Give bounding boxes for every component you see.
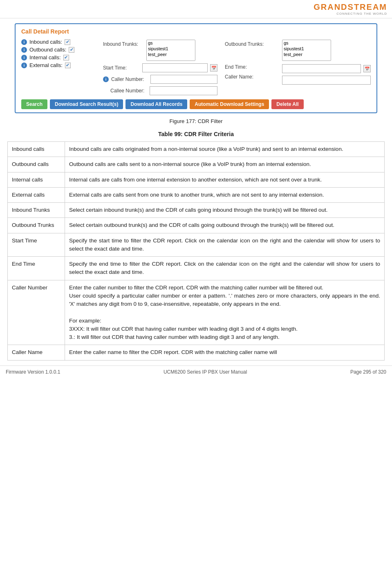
inbound-trunks-label: Inbound Trunks: (103, 41, 144, 47)
outbound-info-icon[interactable]: i (21, 47, 27, 53)
desc-cell: Enter the caller name to filter the CDR … (65, 345, 385, 360)
table-row: Caller NumberEnter the caller number to … (8, 280, 385, 345)
inbound-calls-label: Inbound calls: (29, 39, 62, 45)
caller-number-info-icon[interactable]: i (103, 76, 109, 82)
delete-all-button[interactable]: Delete All (271, 99, 303, 109)
end-time-calendar-icon[interactable]: 📅 (363, 65, 371, 72)
footer-center: UCM6200 Series IP PBX User Manual (164, 369, 247, 375)
caller-number-input[interactable] (150, 75, 217, 84)
term-cell: Internal calls (8, 172, 65, 187)
external-calls-checkbox[interactable]: ✔ (65, 63, 71, 68)
inbound-trunks-select[interactable]: gs sipustest1 test_peer (146, 40, 195, 61)
term-cell: Outbound Trunks (8, 218, 65, 233)
footer-right: Page 295 of 320 (350, 369, 386, 375)
outbound-trunks-select-row: gs sipustest1 test_peer (282, 40, 371, 61)
table-row: External callsExternal calls are calls s… (8, 187, 385, 202)
external-info-icon[interactable]: i (21, 63, 27, 68)
cdr-filter-title: Call Detail Report (21, 28, 371, 35)
figure-caption: Figure 177: CDR Filter (7, 118, 385, 124)
start-time-label: Start Time: (103, 65, 140, 71)
internal-calls-label: Internal calls: (29, 54, 61, 60)
table-row: Inbound callsInbound calls are calls ori… (8, 142, 385, 157)
outbound-calls-checkbox[interactable]: ✔ (69, 47, 74, 53)
term-cell: Outbound calls (8, 157, 65, 172)
desc-cell: External calls are calls sent from one t… (65, 187, 385, 202)
table-row: Outbound TrunksSelect certain outbound t… (8, 218, 385, 233)
logo-sub: CONNECTING THE WORLD (336, 12, 387, 16)
callee-number-input[interactable] (150, 86, 217, 95)
term-cell: External calls (8, 187, 65, 202)
outbound-trunks-select[interactable]: gs sipustest1 test_peer (282, 40, 331, 61)
caller-name-row: Caller Name: (225, 74, 278, 80)
cdr-button-row: Search Download Search Result(s) Downloa… (21, 99, 371, 109)
desc-cell: Select certain inbound trunk(s) and the … (65, 203, 385, 218)
table-row: End TimeSpecify the end time to filter t… (8, 257, 385, 280)
desc-cell: Inbound calls are calls originated from … (65, 142, 385, 157)
desc-cell: Specify the start time to filter the CDR… (65, 233, 385, 257)
term-cell: Inbound calls (8, 142, 65, 157)
end-time-label: End Time: (225, 64, 262, 70)
cdr-filter-box: Call Detail Report i Inbound calls: ✔ i … (15, 23, 377, 113)
term-cell: End Time (8, 257, 65, 280)
end-time-row: End Time: (225, 64, 278, 70)
search-button[interactable]: Search (21, 99, 47, 109)
external-calls-label: External calls: (29, 62, 63, 68)
table-row: Inbound TrunksSelect certain inbound tru… (8, 203, 385, 218)
internal-calls-row: i Internal calls: ✔ (21, 54, 99, 60)
callee-number-row: Callee Number: (103, 86, 217, 95)
desc-cell: Enter the caller number to filter the CD… (65, 280, 385, 345)
cdr-middle-col: Inbound Trunks: gs sipustest1 test_peer … (103, 39, 217, 95)
inbound-info-icon[interactable]: i (21, 39, 27, 45)
end-time-input-row: 📅 (282, 64, 371, 73)
download-search-button[interactable]: Download Search Result(s) (50, 99, 123, 109)
start-time-calendar-icon[interactable]: 📅 (210, 64, 217, 72)
inbound-calls-checkbox[interactable]: ✔ (65, 39, 70, 45)
callee-number-label: Callee Number: (110, 88, 147, 94)
page-header: GRANDSTREAM CONNECTING THE WORLD (0, 0, 392, 18)
outbound-trunks-row: Outbound Trunks: (225, 40, 278, 47)
outbound-calls-label: Outbound calls: (29, 47, 66, 53)
term-cell: Caller Number (8, 280, 65, 345)
logo-name: GRANDSTREAM (314, 2, 387, 12)
cdr-criteria-table: Inbound callsInbound calls are calls ori… (7, 141, 385, 361)
download-all-button[interactable]: Download All Records (125, 99, 187, 109)
internal-info-icon[interactable]: i (21, 55, 27, 60)
external-calls-row: i External calls: ✔ (21, 62, 99, 68)
cdr-right-label-col: Outbound Trunks: End Time: Caller Name: (225, 39, 278, 95)
table-row: Start TimeSpecify the start time to filt… (8, 233, 385, 257)
end-time-input[interactable] (282, 64, 361, 73)
table-title: Table 99: CDR Filter Criteria (7, 131, 385, 137)
caller-name-label: Caller Name: (225, 74, 262, 80)
outbound-calls-row: i Outbound calls: ✔ (21, 47, 99, 53)
inbound-calls-row: i Inbound calls: ✔ (21, 39, 99, 45)
desc-cell: Specify the end time to filter the CDR r… (65, 257, 385, 280)
footer-left: Firmware Version 1.0.0.1 (6, 369, 60, 375)
desc-cell: Select certain outbound trunk(s) and the… (65, 218, 385, 233)
start-time-input[interactable] (142, 63, 208, 72)
caller-number-label: Caller Number: (111, 76, 148, 82)
cdr-rightmost-col: gs sipustest1 test_peer 📅 (282, 39, 371, 95)
term-cell: Start Time (8, 233, 65, 257)
term-cell: Caller Name (8, 345, 65, 360)
cdr-checkboxes-col: i Inbound calls: ✔ i Outbound calls: ✔ i… (21, 39, 99, 95)
term-cell: Inbound Trunks (8, 203, 65, 218)
outbound-trunks-label: Outbound Trunks: (225, 41, 266, 47)
caller-name-input[interactable] (282, 76, 371, 85)
inbound-trunks-row: Inbound Trunks: gs sipustest1 test_peer (103, 40, 217, 61)
logo-area: GRANDSTREAM CONNECTING THE WORLD (314, 2, 387, 16)
desc-cell: Internal calls are calls from one intern… (65, 172, 385, 187)
table-row: Caller NameEnter the caller name to filt… (8, 345, 385, 360)
caller-number-row: i Caller Number: (103, 75, 217, 84)
caller-name-input-row (282, 76, 371, 85)
table-row: Internal callsInternal calls are calls f… (8, 172, 385, 187)
page-footer: Firmware Version 1.0.0.1 UCM6200 Series … (0, 365, 392, 378)
auto-download-button[interactable]: Automatic Download Settings (190, 99, 269, 109)
start-time-row: Start Time: 📅 (103, 63, 217, 72)
desc-cell: Outbound calls are calls sent to a non-i… (65, 157, 385, 172)
internal-calls-checkbox[interactable]: ✔ (63, 55, 69, 60)
cdr-filter-form: i Inbound calls: ✔ i Outbound calls: ✔ i… (21, 39, 371, 95)
table-row: Outbound callsOutbound calls are calls s… (8, 157, 385, 172)
